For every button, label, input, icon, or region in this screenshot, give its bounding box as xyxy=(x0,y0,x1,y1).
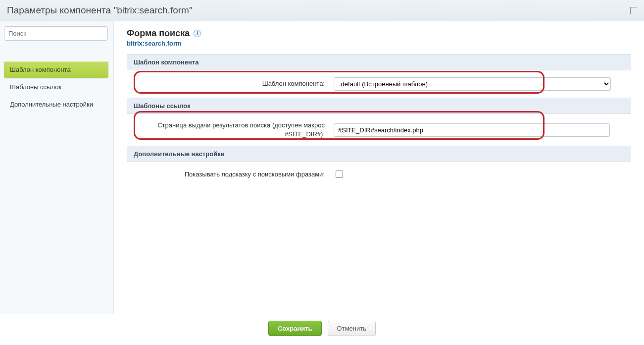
label-results-page: Страница выдачи результатов поиска (дост… xyxy=(132,121,325,139)
section-heading-links: Шаблоны ссылок xyxy=(127,98,631,114)
label-tooltip: Показывать подсказку с поисковыми фразам… xyxy=(132,170,325,179)
label-template: Шаблон компонента: xyxy=(132,79,325,88)
section-heading-extra: Дополнительные настройки xyxy=(127,146,631,162)
info-icon[interactable]: i xyxy=(194,30,201,37)
nav-item-template[interactable]: Шаблон компонента xyxy=(4,61,108,78)
row-results-page: Страница выдачи результатов поиска (дост… xyxy=(127,114,631,146)
section-heading-template: Шаблон компонента xyxy=(127,54,631,70)
select-template[interactable]: .default (Встроенный шаблон) xyxy=(334,77,611,91)
nav-item-links[interactable]: Шаблоны ссылок xyxy=(4,79,108,95)
save-button[interactable]: Сохранить xyxy=(268,321,322,336)
restore-window-icon[interactable] xyxy=(630,7,637,14)
titlebar: Параметры компонента "bitrix:search.form… xyxy=(0,0,644,21)
main-panel: Форма поиска i bitrix:search.form Шаблон… xyxy=(114,21,644,314)
dialog-title: Параметры компонента "bitrix:search.form… xyxy=(7,5,193,16)
component-id: bitrix:search.form xyxy=(127,40,631,47)
nav-item-extra[interactable]: Дополнительные настройки xyxy=(4,96,108,113)
sidebar-nav: Шаблон компонента Шаблоны ссылок Дополни… xyxy=(4,61,108,113)
checkbox-tooltip[interactable] xyxy=(336,171,343,178)
search-input[interactable] xyxy=(4,26,108,41)
row-template: Шаблон компонента: .default (Встроенный … xyxy=(127,70,631,98)
cancel-button[interactable]: Отменить xyxy=(328,321,376,336)
footer: Сохранить Отменить xyxy=(0,314,644,341)
page-title: Форма поиска i xyxy=(127,28,201,39)
input-results-page[interactable] xyxy=(334,123,610,137)
sidebar: Шаблон компонента Шаблоны ссылок Дополни… xyxy=(0,21,114,314)
row-tooltip: Показывать подсказку с поисковыми фразам… xyxy=(127,162,631,186)
